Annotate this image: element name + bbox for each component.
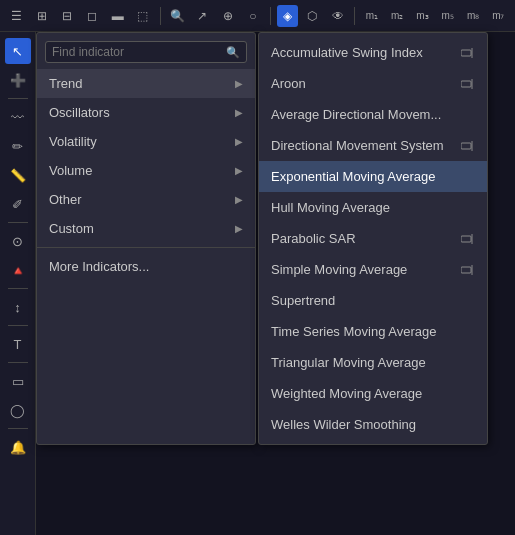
sidebar-icon-triangle[interactable]: 🔺 (5, 257, 31, 283)
menu-item-custom[interactable]: Custom ▶ (37, 214, 255, 243)
wma-label: Weighted Moving Average (271, 386, 422, 401)
sidebar-icon-trendline[interactable]: 〰 (5, 104, 31, 130)
sidebar-icon-text[interactable]: T (5, 331, 31, 357)
sidebar-sep-1 (8, 98, 28, 99)
sec-menu-item-directional[interactable]: Directional Movement System (259, 130, 487, 161)
sec-menu-item-hull[interactable]: Hull Moving Average (259, 192, 487, 223)
menu-item-volatility[interactable]: Volatility ▶ (37, 127, 255, 156)
sidebar-sep-4 (8, 325, 28, 326)
menu-item-volatility-label: Volatility (49, 134, 97, 149)
sec-menu-item-wma[interactable]: Weighted Moving Average (259, 378, 487, 409)
toolbar-sep-1 (160, 7, 161, 25)
custom-arrow-icon: ▶ (235, 223, 243, 234)
parabolic-label: Parabolic SAR (271, 231, 356, 246)
supertrend-label: Supertrend (271, 293, 335, 308)
sec-menu-item-aroon[interactable]: Aroon (259, 68, 487, 99)
avg-directional-label: Average Directional Movem... (271, 107, 441, 122)
sma-label: Simple Moving Average (271, 262, 407, 277)
toolbar-icon-menu[interactable]: ☰ (6, 5, 27, 27)
sec-menu-item-sma[interactable]: Simple Moving Average (259, 254, 487, 285)
toolbar-icon-candle[interactable]: ⬚ (132, 5, 153, 27)
toolbar-icon-m5[interactable]: m₅ (437, 5, 458, 27)
sidebar-sep-3 (8, 288, 28, 289)
toolbar-icon-m3[interactable]: m₃ (412, 5, 433, 27)
search-icon[interactable]: 🔍 (226, 46, 240, 59)
accumulative-icons (461, 48, 475, 58)
sidebar-icon-ruler[interactable]: 📏 (5, 162, 31, 188)
toolbar-icon-grid[interactable]: ⊞ (31, 5, 52, 27)
svg-rect-2 (461, 81, 471, 87)
sidebar-sep-2 (8, 222, 28, 223)
sidebar-icon-cursor[interactable]: ↖ (5, 38, 31, 64)
ema-label: Exponential Moving Average (271, 169, 436, 184)
sidebar-icon-ellipse[interactable]: ◯ (5, 397, 31, 423)
other-arrow-icon: ▶ (235, 194, 243, 205)
sma-icons (461, 265, 475, 275)
time-series-label: Time Series Moving Average (271, 324, 436, 339)
toolbar-icon-layout[interactable]: ⊟ (57, 5, 78, 27)
trend-arrow-icon: ▶ (235, 78, 243, 89)
toolbar-icon-m7[interactable]: m₇ (488, 5, 509, 27)
sidebar-icon-crosshair[interactable]: ➕ (5, 67, 31, 93)
svg-rect-0 (461, 50, 471, 56)
welles-label: Welles Wilder Smoothing (271, 417, 416, 432)
toolbar-icon-hex[interactable]: ⬡ (302, 5, 323, 27)
directional-icons (461, 141, 475, 151)
sidebar-icon-draw[interactable]: ✐ (5, 191, 31, 217)
left-sidebar: ↖ ➕ 〰 ✏ 📏 ✐ ⊙ 🔺 ↕ T ▭ ◯ 🔔 (0, 32, 36, 535)
toolbar-icon-m1[interactable]: m₁ (361, 5, 382, 27)
sec-menu-item-welles[interactable]: Welles Wilder Smoothing (259, 409, 487, 440)
toolbar-icon-bar[interactable]: ▬ (107, 5, 128, 27)
toolbar-icon-m2[interactable]: m₂ (387, 5, 408, 27)
menu-container: 🔍 Trend ▶ Oscillators ▶ Volatility ▶ Vol… (36, 32, 488, 445)
svg-rect-4 (461, 143, 471, 149)
sidebar-icon-rect[interactable]: ▭ (5, 368, 31, 394)
sidebar-icon-pen[interactable]: ✏ (5, 133, 31, 159)
hull-label: Hull Moving Average (271, 200, 390, 215)
toolbar-icon-layers[interactable]: ◈ (277, 5, 298, 27)
parabolic-icons (461, 234, 475, 244)
menu-item-trend-label: Trend (49, 76, 82, 91)
accumulative-label: Accumulative Swing Index (271, 45, 423, 60)
toolbar-icon-eye[interactable]: 👁 (327, 5, 348, 27)
sidebar-icon-shapes[interactable]: ⊙ (5, 228, 31, 254)
search-box[interactable]: 🔍 (45, 41, 247, 63)
toolbar-icon-square[interactable]: ◻ (82, 5, 103, 27)
primary-menu: 🔍 Trend ▶ Oscillators ▶ Volatility ▶ Vol… (36, 32, 256, 445)
aroon-icons (461, 79, 475, 89)
sec-menu-item-avg-directional[interactable]: Average Directional Movem... (259, 99, 487, 130)
toolbar: ☰ ⊞ ⊟ ◻ ▬ ⬚ 🔍 ↗ ⊕ ○ ◈ ⬡ 👁 m₁ m₂ m₃ m₅ m₈… (0, 0, 515, 32)
menu-item-oscillators[interactable]: Oscillators ▶ (37, 98, 255, 127)
sidebar-sep-6 (8, 428, 28, 429)
more-indicators-button[interactable]: More Indicators... (37, 252, 255, 281)
aroon-label: Aroon (271, 76, 306, 91)
sec-menu-item-parabolic[interactable]: Parabolic SAR (259, 223, 487, 254)
menu-item-oscillators-label: Oscillators (49, 105, 110, 120)
toolbar-sep-3 (354, 7, 355, 25)
menu-item-other-label: Other (49, 192, 82, 207)
svg-rect-8 (461, 267, 471, 273)
toolbar-sep-2 (270, 7, 271, 25)
directional-label: Directional Movement System (271, 138, 444, 153)
toolbar-icon-arrow[interactable]: ↗ (192, 5, 213, 27)
menu-item-custom-label: Custom (49, 221, 94, 236)
menu-item-trend[interactable]: Trend ▶ (37, 69, 255, 98)
menu-divider (37, 247, 255, 248)
sec-menu-item-ema[interactable]: Exponential Moving Average (259, 161, 487, 192)
sec-menu-item-accumulative[interactable]: Accumulative Swing Index (259, 37, 487, 68)
menu-item-other[interactable]: Other ▶ (37, 185, 255, 214)
svg-rect-6 (461, 236, 471, 242)
search-input[interactable] (52, 45, 226, 59)
sec-menu-item-time-series[interactable]: Time Series Moving Average (259, 316, 487, 347)
menu-item-volume[interactable]: Volume ▶ (37, 156, 255, 185)
triangular-label: Triangular Moving Average (271, 355, 426, 370)
toolbar-icon-circle[interactable]: ○ (242, 5, 263, 27)
sec-menu-item-triangular[interactable]: Triangular Moving Average (259, 347, 487, 378)
toolbar-icon-plus[interactable]: ⊕ (217, 5, 238, 27)
menu-item-volume-label: Volume (49, 163, 92, 178)
sidebar-icon-fib[interactable]: ↕ (5, 294, 31, 320)
sec-menu-item-supertrend[interactable]: Supertrend (259, 285, 487, 316)
sidebar-icon-alert[interactable]: 🔔 (5, 434, 31, 460)
toolbar-icon-m8[interactable]: m₈ (462, 5, 483, 27)
toolbar-icon-search[interactable]: 🔍 (167, 5, 188, 27)
